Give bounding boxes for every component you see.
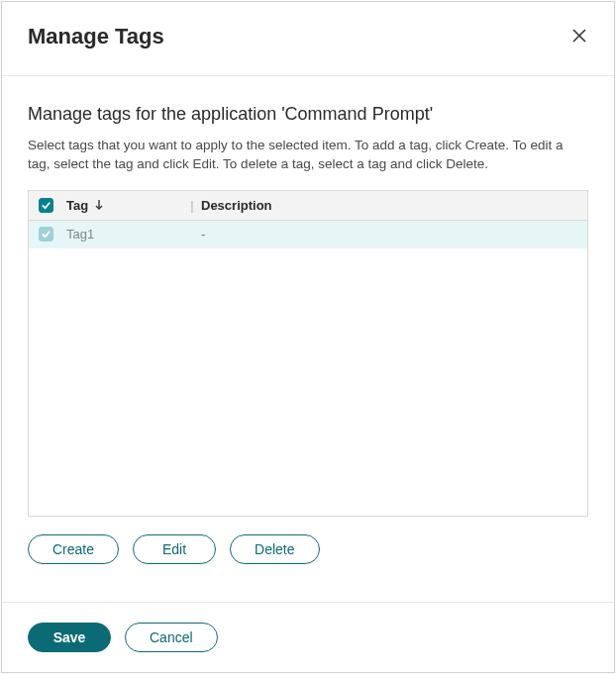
create-button[interactable]: Create	[28, 534, 119, 564]
column-header-tag[interactable]: Tag	[66, 198, 187, 213]
manage-tags-dialog: Manage Tags Manage tags for the applicat…	[1, 1, 615, 673]
row-checkbox-cell	[39, 227, 66, 241]
table-header: Tag | Description	[29, 191, 587, 221]
cancel-button[interactable]: Cancel	[125, 623, 218, 652]
table-body: Tag1 -	[29, 221, 587, 516]
table-actions: Create Edit Delete	[28, 534, 588, 564]
table-row[interactable]: Tag1 -	[29, 221, 587, 248]
dialog-subtitle: Manage tags for the application 'Command…	[28, 104, 588, 125]
dialog-header: Manage Tags	[2, 2, 614, 76]
edit-button[interactable]: Edit	[133, 534, 216, 564]
help-text: Select tags that you want to apply to th…	[28, 137, 588, 174]
select-all-cell	[39, 198, 66, 213]
row-tag-cell: Tag1	[66, 227, 187, 241]
dialog-title: Manage Tags	[28, 24, 164, 49]
save-button[interactable]: Save	[28, 623, 111, 652]
row-description-cell: -	[197, 227, 577, 241]
tags-table: Tag | Description	[28, 190, 588, 517]
column-separator: |	[187, 198, 197, 213]
row-checkbox[interactable]	[39, 227, 53, 241]
column-header-tag-label: Tag	[66, 198, 88, 213]
column-header-description[interactable]: Description	[197, 198, 577, 213]
select-all-checkbox[interactable]	[39, 198, 53, 213]
dialog-footer: Save Cancel	[2, 602, 614, 672]
delete-button[interactable]: Delete	[230, 534, 319, 564]
close-button[interactable]	[568, 25, 590, 49]
close-icon	[570, 27, 588, 48]
sort-down-icon	[94, 199, 104, 211]
dialog-content: Manage tags for the application 'Command…	[2, 76, 614, 602]
